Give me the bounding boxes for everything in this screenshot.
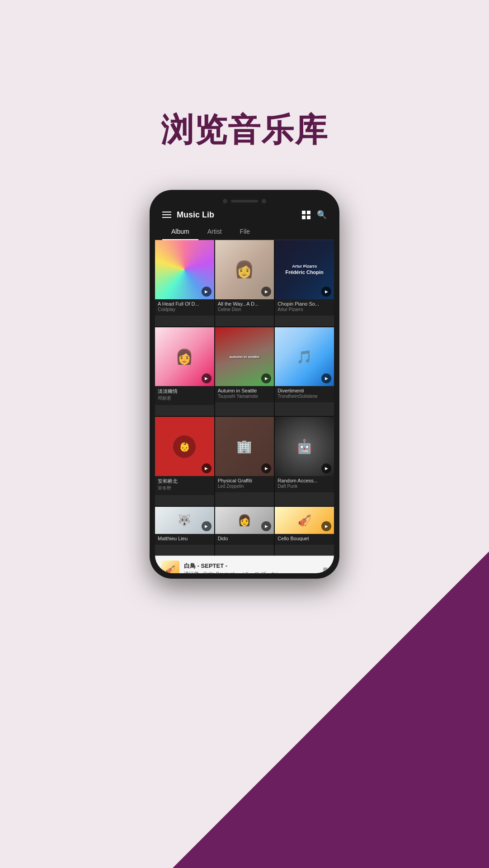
album-name: Matthieu Lieu xyxy=(158,536,212,541)
bg-decoration xyxy=(173,552,489,868)
album-name: A Head Full Of D... xyxy=(158,301,212,307)
play-btn-anhebei[interactable]: ▶ xyxy=(202,463,212,473)
album-cover-celine: 👩 ▶ xyxy=(215,240,274,299)
tab-artist[interactable]: Artist xyxy=(198,223,231,240)
album-artist: Daft Punk xyxy=(277,484,331,489)
play-btn-coldplay[interactable]: ▶ xyxy=(202,287,212,297)
album-item-daftpunk[interactable]: 🤖 ▶ Random Access... Daft Punk xyxy=(275,417,334,506)
album-cover-chopin: Artur Pizarro Frédéric Chopin ▶ xyxy=(275,240,334,299)
album-info-anhebei: 安和桥北 宋冬野 xyxy=(155,476,214,495)
album-item-divertimenti[interactable]: 🎵 ▶ Divertimenti TrondheimSolistene xyxy=(275,327,334,416)
album-artist: Tsuyoshi Yamamoto xyxy=(218,394,272,399)
album-name: Dido xyxy=(218,536,272,541)
play-btn-chopin[interactable]: ▶ xyxy=(321,287,331,297)
album-item-chopin[interactable]: Artur Pizarro Frédéric Chopin ▶ Chopin P… xyxy=(275,240,334,326)
album-cover-anhebei: 👶 ▶ xyxy=(155,417,214,476)
play-btn-physical[interactable]: ▶ xyxy=(261,463,271,473)
album-info-daftpunk: Random Access... Daft Punk xyxy=(275,476,334,492)
app-header: Music Lib 🔍 xyxy=(155,205,334,223)
album-info-dido: Dido xyxy=(215,534,274,545)
np-queue-button[interactable]: ≡ xyxy=(323,565,328,574)
menu-button[interactable] xyxy=(162,212,171,218)
album-artist: 宋冬野 xyxy=(158,485,212,491)
album-item-tsuyoshi[interactable]: autumn in seattle ▶ Autumn in Seattle Ts… xyxy=(215,327,274,416)
header-title: Music Lib xyxy=(177,210,214,220)
album-cover-cello: 🎻 ▶ xyxy=(275,507,334,534)
np-info: 白鳥 - SEPTET - 溝口肇 - Cello Bouquet （チェロ ブ… xyxy=(184,562,318,573)
play-btn-daftpunk[interactable]: ▶ xyxy=(321,463,331,473)
np-artist: 溝口肇 - Cello Bouquet （チェロ ブーケ） xyxy=(184,571,318,573)
album-artist: TrondheimSolistene xyxy=(277,394,331,399)
album-cover-matthieu: 🐺 ▶ xyxy=(155,507,214,534)
album-grid: ▶ A Head Full Of D... Coldplay 👩 ▶ All t… xyxy=(155,240,334,556)
now-playing-bar[interactable]: 🎻 白鳥 - SEPTET - 溝口肇 - Cello Bouquet （チェロ… xyxy=(155,556,334,573)
app-screen: Music Lib 🔍 Album Artist File xyxy=(155,205,334,573)
page-title: 浏览音乐库 xyxy=(0,108,489,152)
album-item-deng[interactable]: 👩 ▶ 淡淡幽情 邓丽君 xyxy=(155,327,214,416)
album-cover-deng: 👩 ▶ xyxy=(155,327,214,387)
camera-dot-2 xyxy=(262,199,266,203)
album-name: Random Access... xyxy=(277,478,331,483)
play-btn-deng[interactable]: ▶ xyxy=(202,373,212,383)
album-info-divertimenti: Divertimenti TrondheimSolistene xyxy=(275,386,334,402)
album-cover-dido: 👩 ▶ xyxy=(215,507,274,534)
album-artist: Coldplay xyxy=(158,307,212,312)
album-info-cello: Cello Bouquet xyxy=(275,534,334,545)
album-name: Autumn in Seattle xyxy=(218,388,272,393)
phone-frame: Music Lib 🔍 Album Artist File xyxy=(150,190,339,579)
album-name: 安和桥北 xyxy=(158,478,212,485)
album-info-coldplay: A Head Full Of D... Coldplay xyxy=(155,299,214,316)
tabs-bar: Album Artist File xyxy=(155,223,334,240)
header-right: 🔍 xyxy=(302,210,327,220)
play-btn-dido[interactable]: ▶ xyxy=(261,521,271,531)
album-item-matthieu[interactable]: 🐺 ▶ Matthieu Lieu xyxy=(155,507,214,556)
album-name: Divertimenti xyxy=(277,388,331,393)
album-item-dido[interactable]: 👩 ▶ Dido xyxy=(215,507,274,556)
album-artist: Artur Pizarro xyxy=(277,307,331,312)
album-item-cello[interactable]: 🎻 ▶ Cello Bouquet xyxy=(275,507,334,556)
album-cover-coldplay: ▶ xyxy=(155,240,214,299)
album-cover-physical: 🏢 ▶ xyxy=(215,417,274,476)
album-item-coldplay[interactable]: ▶ A Head Full Of D... Coldplay xyxy=(155,240,214,326)
header-left: Music Lib xyxy=(162,210,214,220)
play-btn-celine[interactable]: ▶ xyxy=(261,287,271,297)
speaker-bar xyxy=(231,200,258,203)
camera-dot xyxy=(223,199,227,203)
album-artist: Led Zeppelin xyxy=(218,484,272,489)
album-item-physical[interactable]: 🏢 ▶ Physical Graffiti Led Zeppelin xyxy=(215,417,274,506)
album-cover-daftpunk: 🤖 ▶ xyxy=(275,417,334,476)
tab-file[interactable]: File xyxy=(231,223,259,240)
album-cover-tsuyoshi: autumn in seattle ▶ xyxy=(215,327,274,387)
album-name: 淡淡幽情 xyxy=(158,388,212,395)
album-artist: 邓丽君 xyxy=(158,395,212,401)
search-button[interactable]: 🔍 xyxy=(317,210,327,220)
album-info-deng: 淡淡幽情 邓丽君 xyxy=(155,386,214,405)
phone-inner: Music Lib 🔍 Album Artist File xyxy=(155,195,334,573)
album-artist: Celine Dion xyxy=(218,307,272,312)
album-info-tsuyoshi: Autumn in Seattle Tsuyoshi Yamamoto xyxy=(215,386,274,402)
album-info-physical: Physical Graffiti Led Zeppelin xyxy=(215,476,274,492)
album-info-celine: All the Way...A D... Celine Dion xyxy=(215,299,274,316)
grid-view-button[interactable] xyxy=(302,211,310,219)
play-btn-matthieu[interactable]: ▶ xyxy=(202,521,212,531)
album-item-anhebei[interactable]: 👶 ▶ 安和桥北 宋冬野 xyxy=(155,417,214,506)
album-info-matthieu: Matthieu Lieu xyxy=(155,534,214,545)
play-btn-cello[interactable]: ▶ xyxy=(321,521,331,531)
np-thumbnail: 🎻 xyxy=(161,561,179,573)
album-name: Cello Bouquet xyxy=(277,536,331,541)
album-info-chopin: Chopin Piano So... Artur Pizarro xyxy=(275,299,334,316)
album-cover-divertimenti: 🎵 ▶ xyxy=(275,327,334,387)
album-item-celine[interactable]: 👩 ▶ All the Way...A D... Celine Dion xyxy=(215,240,274,326)
album-name: Physical Graffiti xyxy=(218,478,272,483)
album-name: All the Way...A D... xyxy=(218,301,272,307)
camera-area xyxy=(155,195,334,205)
np-title: 白鳥 - SEPTET - xyxy=(184,562,318,570)
tab-album[interactable]: Album xyxy=(162,223,198,240)
album-name: Chopin Piano So... xyxy=(277,301,331,307)
